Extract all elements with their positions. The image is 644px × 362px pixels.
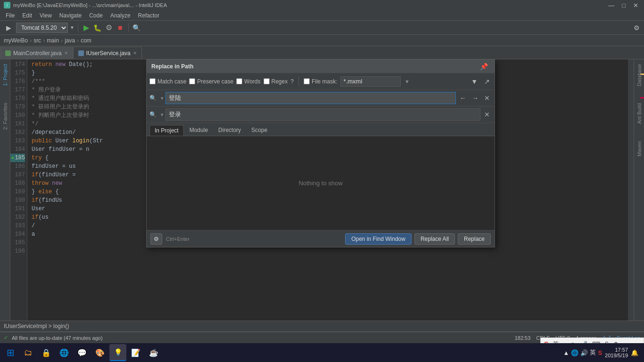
lock-icon: 🔒 [41,348,51,357]
taskbar-browser[interactable]: 🌐 [56,344,73,361]
taskbar-file-explorer[interactable]: 🗂 [20,344,37,361]
java-file-icon [5,50,11,56]
sidebar-item-ant[interactable]: Ant Build [636,100,642,127]
preserve-case-input[interactable] [189,78,195,84]
cursor-position[interactable]: 182:53 [515,335,531,341]
maximize-button[interactable]: □ [620,2,627,9]
file-mask-label: File mask: [312,78,338,85]
next-occurrence-button[interactable]: → [470,93,480,103]
file-mask-field[interactable] [340,76,401,87]
clock[interactable]: 17:57 2019/5/19 [605,347,628,358]
menu-file[interactable]: File [2,11,18,20]
tab-close-icon2[interactable]: ✕ [133,50,137,56]
tab-in-project[interactable]: In Project [149,125,184,136]
line-numbers: 174175176177 178179180181 182183184 ▲185… [10,59,27,321]
taskbar-paint[interactable]: 🎨 [91,344,108,361]
windows-taskbar: ⊞ 🗂 🔒 🌐 💬 🎨 💡 📝 ☕ ▲ 🌐 🔊 英 S 17:57 2019/5… [0,343,644,362]
regex-label: Regex [272,78,288,85]
app-icon: i [4,2,10,8]
breadcrumb-project[interactable]: myWeiBo [4,37,28,44]
tray-ime-main[interactable]: 英 [590,348,596,357]
close-button[interactable]: ✕ [631,2,640,9]
breadcrumb-main[interactable]: main [47,37,59,44]
words-checkbox[interactable]: Words [236,78,260,85]
match-case-checkbox[interactable]: Match case [149,78,186,85]
menu-edit[interactable]: Edit [18,11,36,20]
search-input-field[interactable] [165,92,456,104]
taskbar-lock[interactable]: 🔒 [38,344,55,361]
tray-ime-s[interactable]: S [598,349,602,356]
filter-button[interactable]: ▼ [469,77,479,86]
tab-iuser-service[interactable]: IUserService.java ✕ [73,47,142,59]
preserve-case-checkbox[interactable]: Preserve case [189,78,233,85]
file-explorer-icon: 🗂 [24,348,33,358]
sidebar-item-favorites[interactable]: 2: Favorites [2,100,8,132]
build-button[interactable]: ⚙ [104,23,114,33]
open-find-window-button[interactable]: Open in Find Window [345,233,412,245]
regex-hint: ? [290,78,294,85]
match-case-input[interactable] [149,78,156,84]
replace-input-field[interactable] [165,108,480,121]
settings-gear-button[interactable]: ⚙ [150,233,162,245]
tab-module[interactable]: Module [185,125,213,136]
pin-button[interactable]: 📌 [478,62,490,71]
menu-refactor[interactable]: Refactor [134,11,163,20]
taskbar-java[interactable]: ☕ [145,344,162,361]
taskbar-chat[interactable]: 💬 [74,344,91,361]
window-title: myWeiBo [E:\JavaEE\myWeiBo] - ...\src\ma… [13,2,167,8]
start-button[interactable]: ⊞ [2,344,19,361]
file-mask-input[interactable] [304,78,310,84]
regex-input[interactable] [264,78,270,84]
tab-main-controller[interactable]: MainController.java ✕ [0,47,73,59]
run-button[interactable]: ▶ [82,23,91,33]
bottom-breadcrumb-text: IUserServiceImpl > login() [4,323,69,329]
breadcrumb-com[interactable]: com [81,37,91,44]
empty-message: Nothing to show [298,180,342,187]
taskbar-idea[interactable]: 💡 [109,344,126,361]
replace-all-button[interactable]: Replace All [414,233,455,245]
sidebar-item-project[interactable]: 1: Project [2,61,8,89]
system-tray: ▲ 🌐 🔊 英 S [563,348,603,357]
tab-directory[interactable]: Directory [214,125,246,136]
file-mask-checkbox[interactable]: File mask: [304,78,338,85]
clear-search-button[interactable]: ✕ [482,93,492,103]
dialog-title-text: Replace in Path [151,63,193,70]
breadcrumb: myWeiBo › src › main › java › com [0,35,644,46]
chat-icon: 💬 [77,348,87,357]
notification-icon[interactable]: 🔔 [631,349,638,356]
menu-view[interactable]: View [36,11,56,20]
sidebar-item-database[interactable]: Database [636,61,642,89]
scroll-gutter[interactable] [628,59,634,321]
search-everywhere-button[interactable]: 🔍 [132,23,141,33]
run-config-icon[interactable]: ▶ [3,22,14,33]
bottom-breadcrumb: IUserServiceImpl > login() [0,321,644,332]
clear-replace-button[interactable]: ✕ [482,110,492,119]
menu-analyze[interactable]: Analyze [107,11,134,20]
shortcut-hint: Ctrl+Enter [166,236,190,242]
taskbar-notepad[interactable]: 📝 [127,344,144,361]
tray-volume[interactable]: 🔊 [580,349,588,356]
tab-close-icon[interactable]: ✕ [64,50,68,56]
tomcat-selector[interactable]: Tomcat 8.5.20 [16,23,68,33]
search-type-indicator: ▾ [161,95,164,101]
breadcrumb-java[interactable]: java [65,37,75,44]
sidebar-item-maven[interactable]: Maven [636,138,642,159]
tray-network[interactable]: 🌐 [571,349,578,356]
settings-button[interactable]: ⚙ [632,23,641,33]
expand-button[interactable]: ↗ [482,77,492,86]
prev-occurrence-button[interactable]: ← [458,93,468,103]
tab-scope[interactable]: Scope [247,125,272,136]
breadcrumb-src[interactable]: src [33,37,41,44]
menu-navigate[interactable]: Navigate [56,11,85,20]
idea-icon: 💡 [114,348,122,356]
stop-button[interactable]: ■ [116,23,125,33]
regex-checkbox[interactable]: Regex [264,78,288,85]
replace-button[interactable]: Replace [458,233,491,245]
minimize-button[interactable]: — [606,2,616,9]
debug-button[interactable]: 🐛 [93,23,102,33]
menu-code[interactable]: Code [85,11,107,20]
file-mask-dropdown-icon[interactable]: ▼ [405,79,410,84]
replace-prefix-icon: 🔍 [149,111,159,118]
words-input[interactable] [236,78,242,84]
tray-arrow[interactable]: ▲ [563,349,570,356]
